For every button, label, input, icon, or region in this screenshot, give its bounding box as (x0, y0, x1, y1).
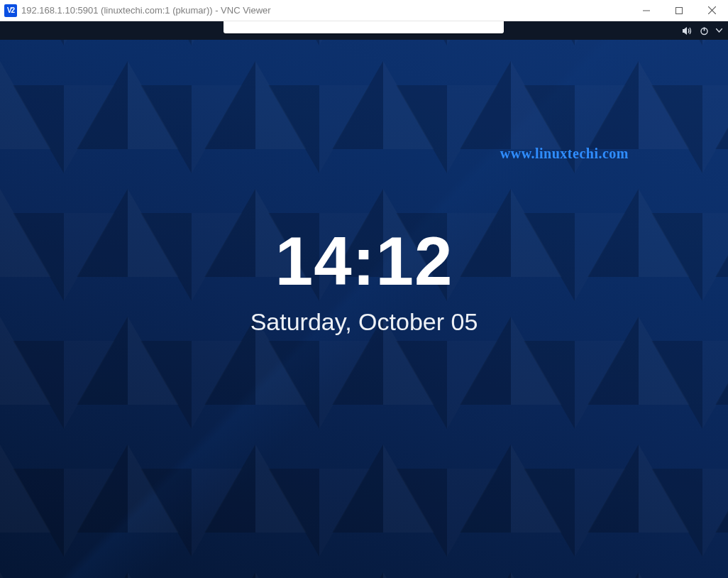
window-controls (630, 0, 728, 21)
vnc-app-icon: V2 (4, 4, 17, 17)
lock-screen-clock: 14:12 Saturday, October 05 (0, 227, 728, 336)
close-button[interactable] (695, 0, 728, 21)
window-titlebar: V2 192.168.1.10:5901 (linuxtechi.com:1 (… (0, 0, 728, 21)
remote-desktop[interactable]: www.linuxtechi.com 14:12 Saturday, Octob… (0, 21, 728, 578)
window-title: 192.168.1.10:5901 (linuxtechi.com:1 (pku… (21, 5, 630, 16)
clock-time: 14:12 (0, 227, 728, 295)
close-icon (708, 6, 716, 14)
vnc-connection-handle[interactable] (224, 21, 504, 33)
clock-date: Saturday, October 05 (0, 308, 728, 336)
gnome-top-panel (0, 21, 728, 40)
volume-tray-button[interactable] (682, 21, 693, 40)
power-tray-button[interactable] (700, 21, 709, 40)
maximize-icon (675, 7, 683, 14)
svg-rect-1 (676, 7, 683, 13)
power-icon (700, 26, 709, 36)
panel-menu-button[interactable] (716, 21, 722, 40)
watermark-text: www.linuxtechi.com (500, 146, 629, 162)
maximize-button[interactable] (663, 0, 695, 21)
minimize-icon (643, 7, 650, 14)
minimize-button[interactable] (630, 0, 663, 21)
vnc-app-icon-text: V2 (7, 6, 14, 14)
volume-icon (682, 26, 693, 36)
chevron-down-icon (716, 28, 722, 33)
